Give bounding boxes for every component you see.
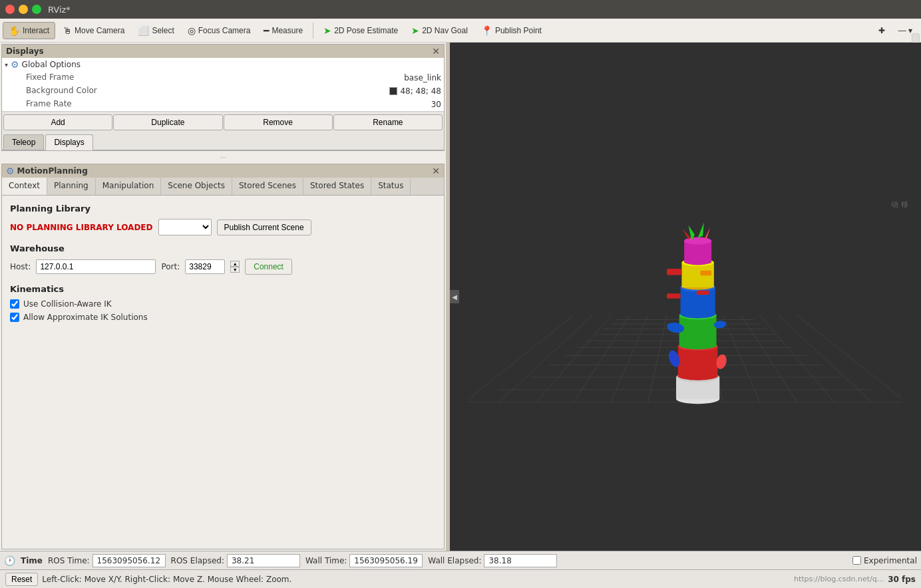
wall-elapsed-label: Wall Elapsed: <box>428 556 481 565</box>
move-camera-icon: 🖱 <box>63 25 72 36</box>
no-planning-lib-text: NO PLANNING LIBRARY LOADED <box>10 223 153 232</box>
port-label: Port: <box>161 262 180 271</box>
motion-planning-icon: ⚙ <box>6 166 15 176</box>
warehouse-row: Host: Port: ▲ ▼ Connect <box>10 259 436 275</box>
toolbar: ✋ Interact 🖱 Move Camera ⬜ Select ◎ Focu… <box>0 19 921 43</box>
window-title: RViz* <box>48 5 71 15</box>
port-spin-up[interactable]: ▲ <box>230 261 240 267</box>
add-button[interactable]: Add <box>3 114 112 130</box>
tab-planning[interactable]: Planning <box>47 178 96 195</box>
interact-icon: ✋ <box>9 25 20 36</box>
nav-goal-button[interactable]: ➤ 2D Nav Goal <box>405 22 474 39</box>
planning-library-title: Planning Library <box>10 204 436 214</box>
tab-stored-scenes[interactable]: Stored Scenes <box>232 178 303 195</box>
collision-aware-label: Use Collision-Aware IK <box>23 299 112 309</box>
fixed-frame-value[interactable]: base_link <box>404 73 441 83</box>
time-bar-title: Time <box>21 556 43 565</box>
interact-button[interactable]: ✋ Interact <box>3 22 55 39</box>
svg-rect-46 <box>667 269 681 275</box>
duplicate-button[interactable]: Duplicate <box>113 114 222 130</box>
warehouse-title: Warehouse <box>10 243 436 253</box>
expand-arrow-icon: ▾ <box>5 61 8 69</box>
wall-time-label: Wall Time: <box>305 556 347 565</box>
wall-time-value: 1563095056.19 <box>349 554 423 567</box>
approx-ik-row: Allow Approximate IK Solutions <box>10 313 436 322</box>
select-button[interactable]: ⬜ Select <box>132 22 180 39</box>
port-spin-down[interactable]: ▼ <box>230 267 240 273</box>
svg-rect-42 <box>697 291 709 295</box>
viewport-left-collapse[interactable]: ◀ <box>450 290 459 303</box>
select-icon: ⬜ <box>138 25 149 36</box>
frame-rate-row: Frame Rate 30 <box>2 98 444 111</box>
publish-point-button[interactable]: 📍 Publish Point <box>475 22 548 39</box>
kinematics-section: Kinematics Use Collision-Aware IK Allow … <box>10 284 436 322</box>
left-panel: Displays ✕ ▾ ⚙ Global Options Fixed Fram… <box>0 43 446 551</box>
move-camera-button[interactable]: 🖱 Move Camera <box>57 22 130 39</box>
global-options-item[interactable]: ▾ ⚙ Global Options <box>2 58 444 71</box>
motion-planning-panel: ⚙ MotionPlanning ✕ Context Planning Mani… <box>1 164 445 549</box>
approx-ik-label: Allow Approximate IK Solutions <box>23 313 148 322</box>
ros-elapsed-value: 38.21 <box>227 554 300 567</box>
wall-elapsed-field: Wall Elapsed: 38.18 <box>428 554 557 567</box>
main-area: Displays ✕ ▾ ⚙ Global Options Fixed Fram… <box>0 43 921 551</box>
panel-drag-handle[interactable]: ··· <box>0 152 446 162</box>
svg-rect-29 <box>678 347 718 378</box>
close-button[interactable] <box>5 5 15 14</box>
global-options-icon: ⚙ <box>11 59 19 70</box>
reset-button[interactable]: Reset <box>5 573 38 586</box>
3d-viewport[interactable]: ◀ 移 动 <box>450 43 921 551</box>
interact-label: Interact <box>23 26 49 35</box>
motion-planning-close-button[interactable]: ✕ <box>432 166 440 176</box>
measure-button[interactable]: ━ Measure <box>258 22 309 39</box>
collision-aware-checkbox[interactable] <box>10 299 19 309</box>
publish-point-icon: 📍 <box>481 25 492 36</box>
connect-button[interactable]: Connect <box>245 259 292 275</box>
bg-color-swatch <box>389 87 397 95</box>
minimize-button[interactable] <box>19 5 28 14</box>
svg-rect-47 <box>700 271 711 275</box>
maximize-button[interactable] <box>32 5 41 14</box>
displays-panel: Displays ✕ ▾ ⚙ Global Options Fixed Fram… <box>1 44 445 151</box>
motion-planning-title-bar: ⚙ MotionPlanning ✕ <box>2 164 444 178</box>
select-label: Select <box>152 26 174 35</box>
publish-current-scene-button[interactable]: Publish Current Scene <box>217 220 311 235</box>
remove-button[interactable]: Remove <box>224 114 333 130</box>
focus-camera-button[interactable]: ◎ Focus Camera <box>182 22 257 39</box>
bg-color-value[interactable]: 48; 48; 48 <box>389 86 441 96</box>
tab-status[interactable]: Status <box>371 178 411 195</box>
tab-teleop[interactable]: Teleop <box>3 134 44 150</box>
tab-stored-states[interactable]: Stored States <box>303 178 371 195</box>
pose-estimate-button[interactable]: ➤ 2D Pose Estimate <box>317 22 404 39</box>
frame-rate-value[interactable]: 30 <box>431 99 441 110</box>
title-bar: RViz* <box>0 0 921 19</box>
experimental-checkbox[interactable] <box>852 556 861 565</box>
experimental-row: Experimental <box>852 556 917 565</box>
tab-scene-objects[interactable]: Scene Objects <box>161 178 232 195</box>
ros-elapsed-label: ROS Elapsed: <box>171 556 224 565</box>
window-controls[interactable] <box>5 5 41 14</box>
approx-ik-checkbox[interactable] <box>10 313 19 322</box>
host-input[interactable] <box>36 259 156 274</box>
status-bar: Reset Left-Click: Move X/Y. Right-Click:… <box>0 569 921 588</box>
displays-close-button[interactable]: ✕ <box>432 46 440 57</box>
tab-manipulation[interactable]: Manipulation <box>96 178 162 195</box>
measure-icon: ━ <box>264 25 269 36</box>
focus-camera-icon: ◎ <box>188 25 196 36</box>
fixed-frame-row: Fixed Frame base_link <box>2 71 444 84</box>
fps-text: 30 fps <box>888 575 916 584</box>
warehouse-section: Warehouse Host: Port: ▲ ▼ Connect <box>10 243 436 275</box>
tab-displays[interactable]: Displays <box>45 134 92 150</box>
svg-rect-41 <box>667 293 680 298</box>
display-tab-row: Teleop Displays <box>2 133 444 150</box>
experimental-label: Experimental <box>864 556 917 565</box>
viewport-svg <box>450 43 921 551</box>
port-input[interactable] <box>185 259 225 274</box>
motion-planning-title: MotionPlanning <box>17 166 88 176</box>
planning-library-select[interactable] <box>158 219 212 235</box>
tab-context[interactable]: Context <box>2 178 47 195</box>
rename-button[interactable]: Rename <box>333 114 443 130</box>
svg-rect-34 <box>679 315 717 347</box>
add-toolbar-button[interactable]: ✚ <box>872 23 891 39</box>
more-icon: — ▾ <box>898 26 912 35</box>
nav-goal-icon: ➤ <box>411 25 419 36</box>
